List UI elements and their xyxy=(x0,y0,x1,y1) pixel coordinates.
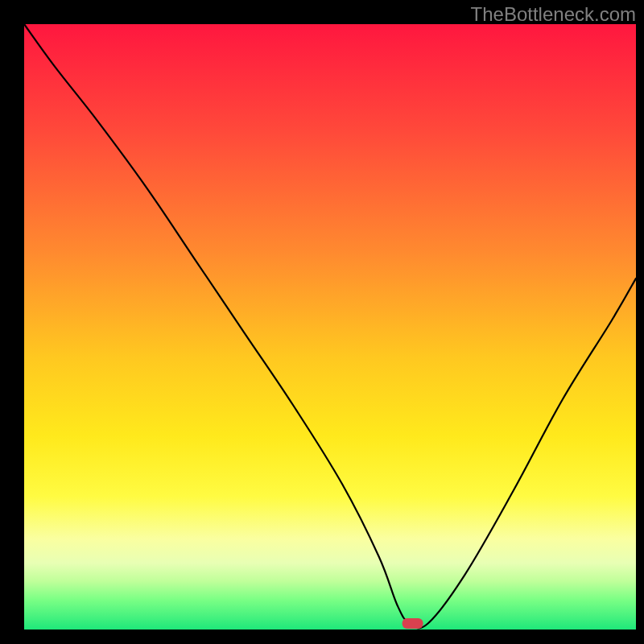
bottleneck-chart xyxy=(0,0,644,644)
optimal-marker xyxy=(402,618,423,629)
chart-container: TheBottleneck.com xyxy=(0,0,644,644)
plot-background xyxy=(24,24,636,630)
watermark-text: TheBottleneck.com xyxy=(471,3,636,26)
